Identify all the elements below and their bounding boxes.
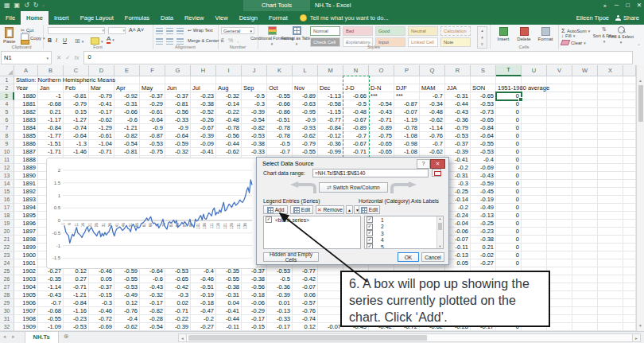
cell-T1[interactable] (496, 76, 522, 84)
tab-format[interactable]: Format (263, 11, 293, 25)
cell-G27[interactable]: -0.42 (165, 283, 191, 291)
switch-row-column-button[interactable]: ⇄ Switch Row/Column (319, 182, 388, 193)
tab-home[interactable]: Home (21, 11, 48, 25)
cell-I8[interactable]: -0.56 (216, 132, 242, 140)
cell-W11[interactable] (572, 156, 598, 164)
cell-K1[interactable] (267, 76, 293, 84)
cell-X22[interactable] (598, 244, 623, 251)
cell-W13[interactable] (572, 172, 598, 180)
underline-button[interactable]: U (63, 37, 67, 43)
cell-X25[interactable] (598, 267, 623, 275)
cell-P1[interactable] (394, 76, 420, 84)
cell-C5[interactable]: 0.15 (64, 108, 89, 116)
cell-F28[interactable]: -0.32 (140, 291, 165, 299)
row-header-17[interactable]: 17 (0, 204, 14, 212)
cell-V12[interactable] (547, 164, 572, 172)
cell-T22[interactable]: 0 (496, 244, 522, 251)
cell-A12[interactable]: 1889 (14, 164, 38, 172)
wrap-text-button[interactable]: ↩Wrap Text (188, 28, 213, 33)
cell-P5[interactable]: -0.07 (394, 108, 420, 116)
cell-T6[interactable]: 0 (496, 116, 522, 124)
cell-X7[interactable] (598, 124, 623, 132)
cell-H5[interactable]: -0.52 (191, 108, 216, 116)
cell-V2[interactable] (547, 84, 572, 92)
cell-D28[interactable]: -0.15 (89, 291, 114, 299)
cell-U19[interactable] (522, 220, 547, 228)
cell-E32[interactable]: -0.62 (114, 323, 140, 331)
row-header-30[interactable]: 30 (0, 307, 14, 315)
cell-S17[interactable]: -0.49 (471, 204, 496, 212)
cell-G32[interactable]: -0.39 (165, 323, 191, 331)
cell-V26[interactable] (547, 275, 572, 283)
cell-S12[interactable]: -0.69 (471, 164, 496, 172)
confirm-entry-icon[interactable]: ✓ (65, 54, 70, 61)
column-header-T[interactable]: T (496, 65, 522, 76)
cell-H32[interactable]: -0.27 (191, 323, 216, 331)
row-header-2[interactable]: 2 (0, 84, 14, 92)
cell-L3[interactable]: -0.89 (293, 92, 318, 100)
cell-S13[interactable]: -0.43 (471, 172, 496, 180)
cell-B6[interactable]: -1.17 (38, 116, 64, 124)
cell-F6[interactable]: -0.64 (140, 116, 165, 124)
cell-S15[interactable]: -0.45 (471, 188, 496, 196)
cell-F3[interactable]: -0.37 (140, 92, 165, 100)
cell-R5[interactable]: -0.43 (445, 108, 471, 116)
cell-J32[interactable]: -0.15 (242, 323, 267, 331)
cell-P9[interactable]: -0.98 (394, 140, 420, 148)
style-good[interactable]: Good (375, 26, 405, 36)
cell-U14[interactable] (522, 180, 547, 188)
axis-labels-list[interactable]: ✓1✓2✓3✓4✓5 ▴▾ (364, 216, 444, 249)
cell-T14[interactable]: 0 (496, 180, 522, 188)
row-header-15[interactable]: 15 (0, 188, 14, 196)
axis-checkbox-4[interactable]: ✓ (367, 237, 373, 244)
italic-button[interactable]: I (56, 37, 57, 43)
tab-insert[interactable]: Insert (48, 11, 75, 25)
cell-D27[interactable]: -0.37 (89, 283, 114, 291)
format-as-table-button[interactable]: Format as Table▾ (285, 26, 308, 46)
grow-shrink-font-buttons[interactable]: A˄ A˅ (129, 27, 144, 33)
cell-C7[interactable]: -0.74 (64, 124, 89, 132)
cell-B27[interactable]: -1.14 (38, 283, 64, 291)
cell-U10[interactable] (522, 148, 547, 156)
cell-S23[interactable]: -0.02 (471, 251, 496, 259)
cell-W23[interactable] (572, 251, 598, 259)
cell-A22[interactable]: 1899 (14, 244, 38, 251)
cell-Q1[interactable] (420, 76, 445, 84)
axis-list-item-1[interactable]: ✓1 (365, 216, 443, 224)
cell-A29[interactable]: 1906 (14, 299, 38, 307)
clear-button[interactable]: Clear▾ (561, 40, 586, 45)
cell-H31[interactable]: -0.2 (191, 315, 216, 323)
cell-J10[interactable]: -0.33 (242, 148, 267, 156)
cell-X32[interactable] (598, 323, 623, 331)
cell-K29[interactable]: 0.01 (267, 299, 293, 307)
cell-Q6[interactable]: -0.62 (420, 116, 445, 124)
cell-M1[interactable] (318, 76, 343, 84)
row-header-10[interactable]: 10 (0, 148, 14, 156)
cell-C28[interactable]: -1.21 (64, 291, 89, 299)
cell-V15[interactable] (547, 188, 572, 196)
minimize-icon[interactable]: ─ (615, 0, 619, 11)
column-header-M[interactable]: M (318, 65, 343, 76)
cell-L29[interactable]: -0.57 (293, 299, 318, 307)
cell-V5[interactable] (547, 108, 572, 116)
cell-V1[interactable] (547, 76, 572, 84)
conditional-formatting-button[interactable]: Conditional Formatting▾ (260, 26, 284, 46)
cell-V7[interactable] (547, 124, 572, 132)
cell-S11[interactable]: -0.4 (471, 156, 496, 164)
tab-file[interactable]: File (0, 11, 21, 25)
cell-L31[interactable]: -0.74 (293, 315, 318, 323)
cell-V23[interactable] (547, 251, 572, 259)
cell-U8[interactable] (522, 132, 547, 140)
column-header-L[interactable]: L (293, 65, 318, 76)
cell-O6[interactable]: -0.71 (369, 116, 394, 124)
embedded-line-chart[interactable]: 21.510.50-0.5-1-1.5161116212631364146515… (46, 158, 258, 269)
row-header-9[interactable]: 9 (0, 140, 14, 148)
cell-A17[interactable]: 1894 (14, 204, 38, 212)
cell-G4[interactable]: -0.81 (165, 100, 191, 108)
cell-V8[interactable] (547, 132, 572, 140)
cell-H4[interactable]: -0.38 (191, 100, 216, 108)
cell-K7[interactable]: -0.78 (267, 124, 293, 132)
cell-I26[interactable]: -0.55 (216, 275, 242, 283)
cell-A21[interactable]: 1898 (14, 236, 38, 244)
cell-V28[interactable] (547, 291, 572, 299)
